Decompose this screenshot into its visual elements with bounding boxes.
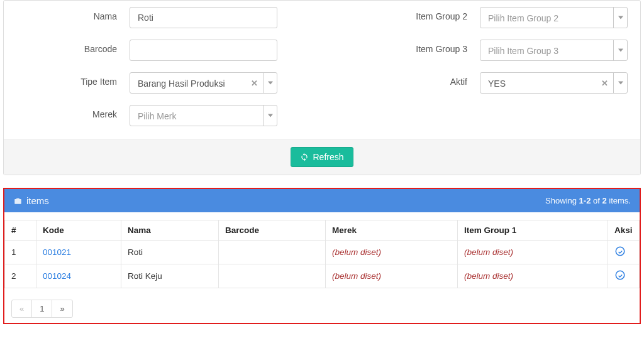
cell-group1: (belum diset) — [464, 271, 513, 281]
table-row: 2 001024 Roti Keju (belum diset) (belum … — [5, 264, 640, 288]
select-action-button[interactable] — [614, 249, 626, 259]
aktif-label: Aktif — [386, 72, 467, 94]
cell-num: 1 — [5, 241, 36, 264]
merek-label: Merek — [16, 105, 117, 126]
item-group-3-label: Item Group 3 — [386, 40, 467, 61]
cell-barcode — [219, 241, 326, 264]
chevron-down-icon[interactable] — [613, 40, 627, 60]
cell-num: 2 — [5, 264, 36, 288]
clear-icon[interactable]: ✕ — [601, 79, 608, 88]
select-action-button[interactable] — [614, 273, 626, 283]
col-group1: Item Group 1 — [458, 220, 608, 241]
merek-placeholder: Pilih Merk — [138, 111, 176, 121]
item-group-2-select[interactable]: Pilih Item Group 2 — [480, 7, 628, 28]
page-next[interactable]: » — [52, 300, 72, 318]
item-group-2-label: Item Group 2 — [386, 7, 467, 28]
cell-merek: (belum diset) — [332, 271, 381, 281]
cell-nama: Roti Keju — [121, 264, 219, 288]
items-summary: Showing 1-2 of 2 items. — [545, 196, 631, 205]
cell-nama: Roti — [121, 241, 219, 264]
col-merek: Merek — [326, 220, 458, 241]
nama-label: Nama — [16, 7, 117, 28]
pagination: « 1 » — [12, 300, 73, 318]
refresh-label: Refresh — [313, 152, 343, 162]
briefcase-icon — [13, 197, 23, 205]
item-group-3-select[interactable]: Pilih Item Group 3 — [480, 40, 628, 61]
chevron-down-icon[interactable] — [613, 8, 627, 28]
col-barcode: Barcode — [219, 220, 326, 241]
cell-group1: (belum diset) — [464, 247, 513, 257]
col-nama: Nama — [121, 220, 219, 241]
merek-select[interactable]: Pilih Merk — [130, 105, 277, 126]
refresh-bar: Refresh — [4, 139, 640, 175]
table-row: 1 001021 Roti (belum diset) (belum diset… — [5, 241, 640, 264]
item-group-2-placeholder: Pilih Item Group 2 — [488, 13, 558, 23]
page-prev[interactable]: « — [11, 300, 32, 318]
items-title: items — [26, 195, 49, 206]
col-aksi: Aksi — [608, 220, 640, 241]
table-header-row: # Kode Nama Barcode Merek Item Group 1 A… — [5, 220, 640, 241]
items-table: # Kode Nama Barcode Merek Item Group 1 A… — [4, 220, 640, 288]
svg-point-1 — [616, 271, 625, 279]
kode-link[interactable]: 001024 — [43, 271, 71, 281]
nama-input[interactable] — [130, 7, 277, 28]
aktif-select[interactable]: YES ✕ — [480, 72, 628, 94]
refresh-button[interactable]: Refresh — [291, 147, 353, 167]
barcode-label: Barcode — [16, 40, 117, 61]
clear-icon[interactable]: ✕ — [251, 79, 258, 88]
tipe-item-label: Tipe Item — [16, 72, 117, 94]
items-panel: items Showing 1-2 of 2 items. # Kode Nam… — [3, 188, 641, 324]
tipe-item-value: Barang Hasil Produksi — [138, 79, 225, 89]
cell-merek: (belum diset) — [332, 247, 381, 257]
col-kode: Kode — [36, 220, 121, 241]
refresh-icon — [300, 153, 309, 161]
page-current[interactable]: 1 — [31, 300, 52, 318]
kode-link[interactable]: 001021 — [43, 247, 71, 257]
items-header: items Showing 1-2 of 2 items. — [4, 189, 640, 212]
cell-barcode — [219, 264, 326, 288]
check-circle-icon — [614, 269, 626, 281]
check-circle-icon — [614, 246, 626, 257]
chevron-down-icon[interactable] — [263, 73, 277, 93]
item-group-3-placeholder: Pilih Item Group 3 — [488, 46, 558, 56]
tipe-item-select[interactable]: Barang Hasil Produksi ✕ — [130, 72, 277, 94]
col-num: # — [5, 220, 36, 241]
svg-point-0 — [616, 247, 625, 256]
chevron-down-icon[interactable] — [613, 73, 627, 93]
aktif-value: YES — [488, 79, 506, 89]
search-form: Nama Item Group 2 Pilih Item Group 2 Bar… — [3, 0, 641, 175]
barcode-input[interactable] — [130, 40, 277, 61]
chevron-down-icon[interactable] — [263, 106, 277, 126]
